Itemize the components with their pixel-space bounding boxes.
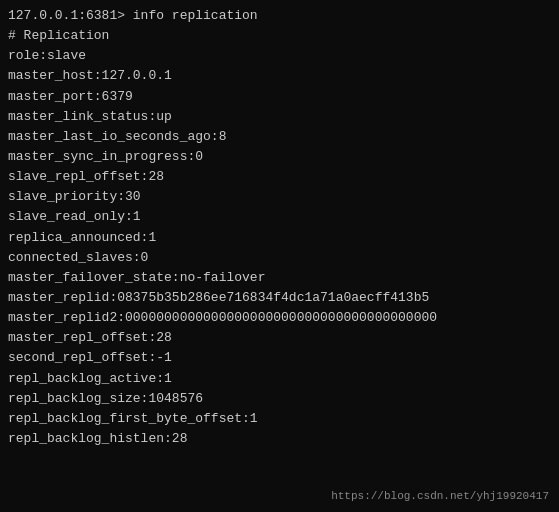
output-line: master_repl_offset:28 [8,328,551,348]
output-line: master_failover_state:no-failover [8,268,551,288]
output-line: master_sync_in_progress:0 [8,147,551,167]
output-line: slave_priority:30 [8,187,551,207]
output-line: master_port:6379 [8,87,551,107]
output-line: replica_announced:1 [8,228,551,248]
terminal-window: 127.0.0.1:6381> info replication # Repli… [0,0,559,512]
output-line: connected_slaves:0 [8,248,551,268]
output-line: second_repl_offset:-1 [8,348,551,368]
output-line: master_link_status:up [8,107,551,127]
watermark: https://blog.csdn.net/yhj19920417 [331,490,549,502]
output-line: repl_backlog_active:1 [8,369,551,389]
output-line: master_replid2:0000000000000000000000000… [8,308,551,328]
output-line: master_host:127.0.0.1 [8,66,551,86]
output-line: slave_repl_offset:28 [8,167,551,187]
output-line: repl_backlog_histlen:28 [8,429,551,449]
output-line: repl_backlog_first_byte_offset:1 [8,409,551,429]
output-line: role:slave [8,46,551,66]
output-line: repl_backlog_size:1048576 [8,389,551,409]
prompt-line: 127.0.0.1:6381> info replication [8,6,551,26]
output-line: master_replid:08375b35b286ee716834f4dc1a… [8,288,551,308]
output-line: slave_read_only:1 [8,207,551,227]
output-line: master_last_io_seconds_ago:8 [8,127,551,147]
output-lines: # Replicationrole:slavemaster_host:127.0… [8,26,551,449]
output-line: # Replication [8,26,551,46]
